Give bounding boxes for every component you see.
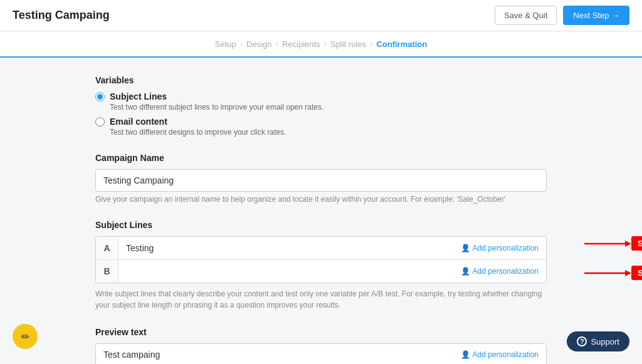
support-label: Support [591,337,619,346]
preview-text-label: Preview text [95,327,547,337]
variables-label: Variables [95,75,547,85]
campaign-name-hint: Give your campaign an internal name to h… [95,195,547,204]
subject-lines-option: Subject Lines Test two different subject… [95,91,547,112]
add-personalization-a-label: Add personalization [473,244,539,252]
support-button[interactable]: ? Support [567,331,629,351]
next-step-button[interactable]: Next Step → [563,6,629,25]
subject-input-a[interactable] [118,237,453,259]
breadcrumb-step-confirmation[interactable]: Confirmation [376,39,427,49]
breadcrumb-bar: Setup › Design › Recipients › Split rule… [0,31,642,58]
subject-lines-radio-label: Subject Lines [110,91,167,101]
campaign-name-label: Campaign Name [95,153,547,163]
breadcrumb-step-design[interactable]: Design [246,39,271,49]
floating-pencil-button[interactable]: ✏ [13,324,38,349]
add-personalization-b-label: Add personalization [473,267,539,276]
arrow-a-icon [584,237,631,250]
breadcrumb-step-setup[interactable]: Setup [215,39,236,49]
subject-row-b: B 👤 Add personalization [96,260,546,283]
page-title: Testing Campaing [13,9,110,22]
subject-row-a: A 👤 Add personalization [96,237,546,260]
pencil-icon: ✏ [21,331,29,343]
question-circle-icon: ? [577,336,587,346]
preview-text-input[interactable] [96,344,453,364]
subject-lines-radio[interactable] [95,92,105,101]
save-quit-button[interactable]: Save & Quit [495,6,557,25]
email-content-radio-label: Email content [110,117,167,127]
email-content-radio-row[interactable]: Email content [95,117,547,127]
subject-a-badge: Subject A [631,236,642,251]
subject-input-b[interactable] [118,260,453,283]
breadcrumb-step-recipients[interactable]: Recipients [282,39,320,49]
person-icon-a: 👤 [461,244,470,252]
campaign-name-input[interactable] [95,169,547,192]
email-content-radio-desc: Test two different designs to improve yo… [110,128,547,137]
person-icon-b: 👤 [461,267,470,276]
subject-lines-radio-row[interactable]: Subject Lines [95,91,547,101]
breadcrumb: Setup › Design › Recipients › Split rule… [215,39,428,49]
preview-text-section: Preview text 👤 Add personalization Write… [95,327,547,364]
email-content-radio[interactable] [95,117,105,127]
person-icon-preview: 👤 [461,350,470,359]
add-personalization-preview-label: Add personalization [473,350,539,359]
add-personalization-a-button[interactable]: 👤 Add personalization [453,244,546,252]
svg-marker-1 [625,241,631,247]
subject-b-badge: Subject B [631,266,642,280]
subject-lines-radio-desc: Test two different subject lines to impr… [110,103,547,112]
subject-letter-a: A [96,237,118,259]
arrow-b-icon [584,267,631,279]
email-content-option: Email content Test two different designs… [95,117,547,137]
svg-marker-3 [625,270,631,276]
add-personalization-b-button[interactable]: 👤 Add personalization [453,267,546,276]
breadcrumb-step-split-rules[interactable]: Split rules [330,39,366,49]
campaign-name-section: Campaign Name Give your campaign an inte… [95,153,547,204]
subject-lines-hint: Write subject lines that clearly describ… [95,288,547,311]
add-personalization-preview-button[interactable]: 👤 Add personalization [453,350,546,359]
subject-lines-box: A 👤 Add personalization B 👤 Add personal… [95,236,547,283]
variables-section: Variables Subject Lines Test two differe… [95,75,547,137]
subject-lines-label: Subject Lines [95,220,547,230]
preview-input-row: 👤 Add personalization [95,343,547,364]
subject-lines-section: Subject Lines A 👤 Add personalization B [95,220,547,311]
subject-letter-b: B [96,260,118,283]
variables-radio-group: Subject Lines Test two different subject… [95,91,547,137]
